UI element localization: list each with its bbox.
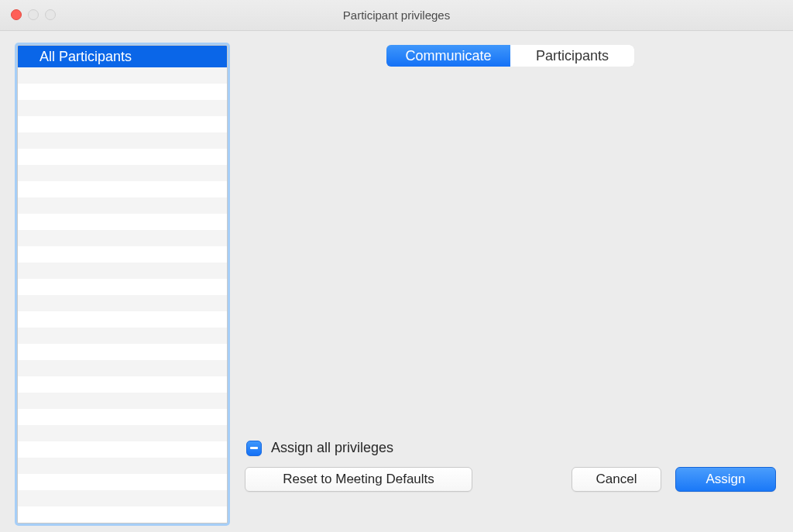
window-title: Participant privileges	[0, 0, 793, 30]
list-item	[18, 132, 227, 149]
chat-heading: Participant can chat:	[263, 84, 506, 101]
list-item	[18, 84, 227, 100]
list-item	[18, 67, 227, 84]
option-other-participants-label: Other participants	[318, 211, 428, 228]
check-icon	[297, 148, 307, 158]
checkbox-presenter[interactable]	[294, 179, 309, 194]
checkbox-other-participants[interactable]	[294, 212, 309, 228]
list-item	[18, 165, 227, 181]
option-other-participants[interactable]: Other participants	[294, 211, 506, 228]
list-item	[18, 490, 227, 506]
list-item	[18, 376, 227, 393]
list-item	[18, 230, 227, 246]
dialog-buttons: Reset to Meeting Defaults Cancel Assign	[245, 467, 776, 492]
list-item	[18, 344, 227, 360]
checkbox-everyone[interactable]	[294, 273, 309, 288]
tab-participants[interactable]: Participants	[510, 45, 634, 67]
allow-to-heading: Allow to:	[514, 84, 758, 101]
option-contact-operator: Contact Operator Privately	[514, 118, 758, 134]
option-contact-operator-label: Contact Operator Privately	[539, 118, 703, 134]
list-item	[18, 295, 227, 311]
checkbox-host[interactable]	[294, 146, 309, 161]
list-item	[18, 425, 227, 441]
list-item	[18, 360, 227, 376]
list-item	[18, 409, 227, 425]
list-item	[18, 393, 227, 409]
tab-bar: Communicate Participants	[386, 45, 634, 67]
list-item	[18, 328, 227, 344]
list-item	[18, 214, 227, 230]
reset-to-defaults-button[interactable]: Reset to Meeting Defaults	[245, 467, 472, 492]
option-host-label: Host	[318, 145, 347, 161]
cancel-button[interactable]: Cancel	[572, 467, 661, 492]
list-item	[18, 311, 227, 328]
option-host[interactable]: Host	[294, 145, 506, 161]
list-item	[18, 458, 227, 474]
participants-list[interactable]: All Participants	[17, 45, 228, 523]
list-item	[18, 506, 227, 523]
list-item	[18, 441, 227, 458]
list-item	[18, 246, 227, 263]
privately-with-label: Privately with	[263, 118, 506, 134]
list-item	[18, 149, 227, 165]
assign-all-label: Assign all privileges	[271, 440, 393, 456]
tab-communicate[interactable]: Communicate	[386, 45, 510, 67]
list-item	[18, 197, 227, 214]
list-item	[18, 181, 227, 197]
option-everyone-label: Everyone	[318, 272, 377, 288]
publicly-with-label: Publicly with	[263, 245, 506, 261]
option-presenter-label: Presenter	[318, 178, 379, 194]
assign-button[interactable]: Assign	[675, 467, 776, 492]
list-item[interactable]: All Participants	[18, 46, 227, 67]
checkbox-assign-all[interactable]	[246, 441, 262, 456]
list-item	[18, 474, 227, 490]
privileges-panel: Participant can chat: Privately with Hos…	[245, 56, 776, 427]
check-icon	[297, 181, 307, 191]
list-item	[18, 116, 227, 132]
list-item	[18, 100, 227, 116]
list-item	[18, 279, 227, 295]
option-everyone[interactable]: Everyone	[294, 272, 506, 288]
title-bar: Participant privileges	[0, 0, 793, 31]
checkbox-contact-operator	[514, 118, 530, 134]
option-presenter[interactable]: Presenter	[294, 178, 506, 194]
assign-all-privileges[interactable]: Assign all privileges	[246, 440, 776, 456]
list-item	[18, 263, 227, 279]
